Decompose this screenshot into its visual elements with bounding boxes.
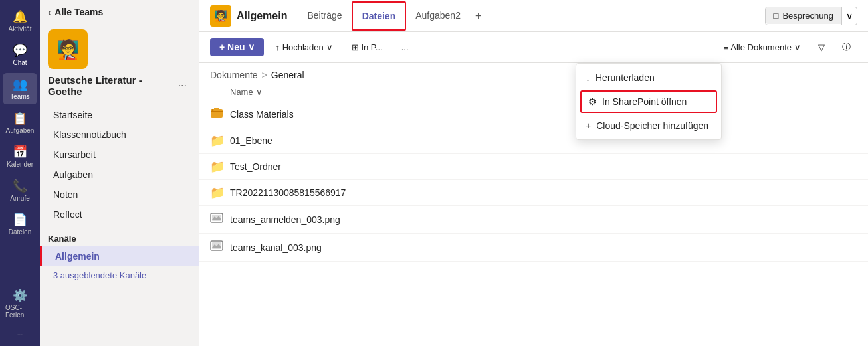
- channels-section-title: Kanäle: [40, 227, 199, 246]
- hidden-channels-link[interactable]: 3 ausgeblendete Kanäle: [40, 266, 199, 284]
- svg-rect-3: [214, 108, 219, 110]
- table-row[interactable]: teams_anmelden_003.png: [199, 206, 868, 234]
- sidebar-item-klassennotizbuch[interactable]: Klassennotizbuch: [40, 125, 199, 145]
- nav-label-osc: OSC-Ferien: [5, 304, 35, 319]
- dropdown-item-download[interactable]: ↓ Herunterladen: [576, 66, 721, 89]
- anrufe-icon: 📞: [13, 179, 27, 193]
- dropdown-item-sharepoint[interactable]: ⚙ In SharePoint öffnen: [580, 90, 717, 113]
- svg-rect-1: [211, 111, 223, 112]
- all-teams-label: Alle Teams: [54, 7, 103, 17]
- aktivitaet-icon: 🔔: [13, 9, 27, 24]
- file-name-01-ebene: 01_Ebene: [230, 135, 857, 146]
- toolbar: + Neu ∨ ↑ Hochladen ∨ ⊞ In P... ... ≡ Al…: [199, 32, 868, 63]
- more-label: ...: [17, 329, 23, 337]
- team-avatar: 🧑‍🏫: [48, 29, 88, 69]
- info-button[interactable]: ⓘ: [835, 37, 857, 57]
- tab-bar: 🧑‍🏫 Allgemein Beiträge Dateien Aufgaben2…: [199, 0, 868, 32]
- tab-dateien[interactable]: Dateien: [352, 1, 407, 31]
- meeting-icon: □: [774, 11, 779, 21]
- nav-item-aktivitaet[interactable]: 🔔 Aktivität: [3, 5, 37, 37]
- nav-label-dateien: Dateien: [9, 228, 31, 236]
- all-docs-button[interactable]: ≡ Alle Dokumente ∨: [717, 39, 808, 56]
- osc-icon: ⚙️: [13, 288, 27, 303]
- tab-beitraege[interactable]: Beiträge: [298, 1, 351, 31]
- nav-label-anrufe: Anrufe: [10, 195, 29, 202]
- dropdown-item-cloud[interactable]: + Cloud-Speicher hinzufügen: [576, 114, 721, 137]
- sidebar-item-aufgaben[interactable]: Aufgaben: [40, 165, 199, 185]
- breadcrumb-root[interactable]: Dokumente: [210, 70, 258, 80]
- sidebar-item-kursarbeit[interactable]: Kursarbeit: [40, 145, 199, 165]
- file-icon-01-ebene: 📁: [210, 133, 230, 148]
- tab-add-button[interactable]: +: [470, 1, 487, 31]
- table-row[interactable]: 📁 TR20221130085815566917: [199, 180, 868, 206]
- nav-item-anrufe[interactable]: 📞 Anrufe: [3, 175, 37, 206]
- new-button[interactable]: + Neu ∨: [210, 38, 264, 56]
- team-avatar-emoji: 🧑‍🏫: [56, 39, 80, 60]
- file-name-teams-anmelden: teams_anmelden_003.png: [230, 215, 857, 225]
- info-icon: ⓘ: [842, 41, 851, 53]
- sidebar-item-reflect[interactable]: Reflect: [40, 205, 199, 224]
- meeting-dropdown-arrow[interactable]: ∨: [841, 7, 857, 25]
- nav-label-teams: Teams: [10, 93, 29, 100]
- table-row[interactable]: 📁 Test_Ordner: [199, 154, 868, 180]
- file-icon-tr2022: 📁: [210, 185, 230, 200]
- nav-label-chat: Chat: [13, 59, 27, 66]
- chat-icon: 💬: [13, 43, 27, 58]
- file-name-col[interactable]: Name ∨: [230, 87, 857, 97]
- nav-label-kalender: Kalender: [7, 161, 33, 168]
- nav-label-aktivitaet: Aktivität: [8, 25, 31, 33]
- nav-item-osc[interactable]: ⚙️ OSC-Ferien: [3, 284, 37, 323]
- dropdown-menu: ↓ Herunterladen ⚙ In SharePoint öffnen +…: [576, 63, 722, 140]
- sharepoint-icon: ⚙: [588, 96, 597, 107]
- back-to-all-teams[interactable]: ‹ Alle Teams: [40, 0, 199, 24]
- download-icon: ↓: [586, 72, 590, 83]
- file-icon-test-ordner: 📁: [210, 159, 230, 174]
- cloud-icon: +: [586, 120, 591, 131]
- nav-bar: 🔔 Aktivität 💬 Chat 👥 Teams 📋 Aufgaben 📅 …: [0, 0, 40, 346]
- more-toolbar-button[interactable]: ...: [395, 39, 415, 56]
- sidebar: ‹ Alle Teams 🧑‍🏫 Deutsche Literatur - Go…: [40, 0, 199, 346]
- upload-button[interactable]: ↑ Hochladen ∨: [269, 39, 340, 56]
- sidebar-item-allgemein[interactable]: Allgemein: [40, 246, 199, 266]
- team-more-button[interactable]: ···: [174, 78, 191, 93]
- nav-item-more[interactable]: ...: [3, 325, 37, 341]
- file-name-class-materials: Class Materials: [230, 109, 857, 120]
- file-icon-class-materials: [210, 106, 230, 122]
- team-name: Deutsche Literatur - Goethe: [48, 74, 174, 97]
- aufgaben-icon: 📋: [13, 111, 27, 126]
- sidebar-item-noten[interactable]: Noten: [40, 185, 199, 205]
- file-icon-teams-kanal: [210, 239, 230, 256]
- file-name-teams-kanal: teams_kanal_003.png: [230, 242, 857, 253]
- sidebar-item-startseite[interactable]: Startseite: [40, 105, 199, 125]
- nav-item-aufgaben[interactable]: 📋 Aufgaben: [3, 107, 37, 138]
- team-name-row: Deutsche Literatur - Goethe ···: [40, 74, 199, 102]
- file-icon-teams-anmelden: [210, 211, 230, 228]
- tab-aufgaben2[interactable]: Aufgaben2: [406, 1, 470, 31]
- breadcrumb-separator: >: [262, 70, 267, 80]
- channel-name: Allgemein: [237, 10, 287, 22]
- nav-item-dateien[interactable]: 📄 Dateien: [3, 209, 37, 240]
- file-list: Name ∨ Class Materials 📁 01_Ebene 📁 Test…: [199, 84, 868, 346]
- nav-label-aufgaben: Aufgaben: [6, 127, 35, 134]
- table-row[interactable]: teams_kanal_003.png: [199, 234, 868, 262]
- teams-icon: 👥: [13, 77, 27, 92]
- nav-item-kalender[interactable]: 📅 Kalender: [3, 141, 37, 172]
- new-dropdown-icon: ∨: [248, 42, 255, 52]
- name-sort-icon: ∨: [256, 87, 263, 97]
- kalender-icon: 📅: [13, 145, 27, 159]
- upload-dropdown-icon: ∨: [326, 43, 333, 52]
- inplace-button[interactable]: ⊞ In P...: [345, 39, 389, 56]
- back-arrow-icon: ‹: [48, 7, 51, 17]
- breadcrumb: Dokumente > General: [199, 63, 868, 84]
- main-content: 🧑‍🏫 Allgemein Beiträge Dateien Aufgaben2…: [199, 0, 868, 346]
- file-name-test-ordner: Test_Ordner: [230, 161, 857, 172]
- table-row[interactable]: Class Materials: [199, 100, 868, 128]
- table-row[interactable]: 📁 01_Ebene: [199, 128, 868, 154]
- filter-button[interactable]: ▽: [812, 39, 831, 56]
- toolbar-right: ≡ Alle Dokumente ∨ ▽ ⓘ: [717, 37, 857, 57]
- meeting-button[interactable]: □ Besprechung: [766, 7, 841, 24]
- dateien-icon: 📄: [13, 213, 27, 227]
- nav-item-teams[interactable]: 👥 Teams: [3, 73, 37, 104]
- all-docs-dropdown-icon: ∨: [794, 43, 801, 52]
- nav-item-chat[interactable]: 💬 Chat: [3, 39, 37, 70]
